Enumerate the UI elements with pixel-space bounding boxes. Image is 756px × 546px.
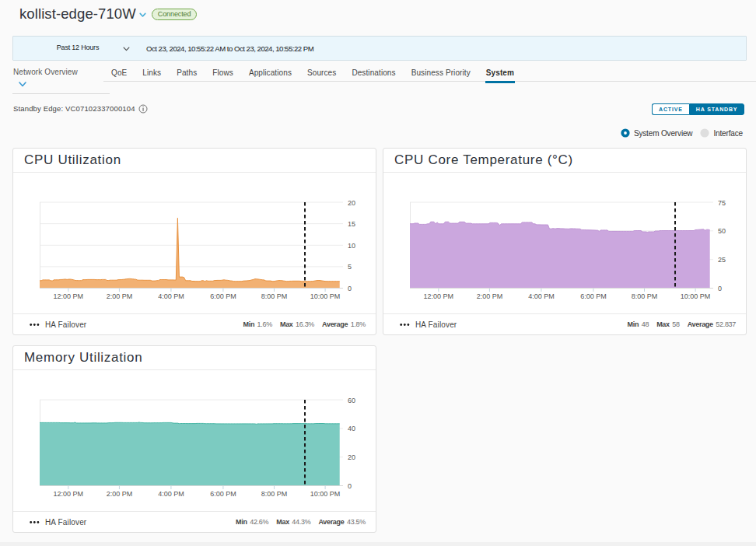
standby-edge-label: Standby Edge: VC07102337000104 xyxy=(13,104,135,113)
min-value: 42.6% xyxy=(250,518,268,526)
svg-text:10: 10 xyxy=(348,242,355,250)
window-bottom-edge xyxy=(0,542,756,546)
tab-system[interactable]: System xyxy=(478,65,522,82)
radio-system-overview[interactable]: System Overview xyxy=(621,128,693,138)
time-range-text: Oct 23, 2024, 10:55:22 AM to Oct 23, 202… xyxy=(146,44,313,53)
network-overview-label: Network Overview xyxy=(12,65,110,76)
chart-title: Memory Utilization xyxy=(24,350,142,366)
memory-utilization-chart[interactable]: 020406012:00 PM2:00 PM4:00 PM6:00 PM8:00… xyxy=(13,371,376,511)
max-label: Max xyxy=(656,320,670,328)
legend-label: HA Failover xyxy=(415,320,457,329)
tab-paths[interactable]: Paths xyxy=(169,65,205,82)
min-label: Min xyxy=(628,320,639,328)
chevron-down-icon[interactable] xyxy=(139,12,146,18)
radio-unselected-icon xyxy=(700,128,709,138)
radio-label: System Overview xyxy=(634,129,693,138)
page-title: kollist-edge-710W xyxy=(19,5,136,23)
legend-label: HA Failover xyxy=(45,320,86,329)
svg-text:8:00 PM: 8:00 PM xyxy=(261,490,288,498)
page-header: kollist-edge-710W Connected xyxy=(19,4,197,24)
min-label: Min xyxy=(236,518,247,526)
min-value: 48 xyxy=(642,320,649,328)
svg-text:20: 20 xyxy=(348,199,355,207)
tab-links[interactable]: Links xyxy=(135,65,169,82)
ha-failover-legend: HA Failover xyxy=(30,320,86,329)
card-header: CPU Utilization xyxy=(13,149,376,173)
svg-text:6:00 PM: 6:00 PM xyxy=(210,292,236,300)
average-value: 43.5% xyxy=(347,518,366,526)
cpu-utilization-chart[interactable]: 0510152012:00 PM2:00 PM4:00 PM6:00 PM8:0… xyxy=(13,173,376,313)
dashed-line-icon xyxy=(400,324,410,326)
svg-text:2:00 PM: 2:00 PM xyxy=(107,490,133,498)
svg-text:10:00 PM: 10:00 PM xyxy=(310,292,341,300)
average-value: 1.8% xyxy=(351,320,366,328)
card-footer: HA Failover Min48 Max58 Average52.837 xyxy=(383,313,746,334)
card-cpu-utilization: CPU Utilization 0510152012:00 PM2:00 PM4… xyxy=(12,148,376,335)
svg-text:10:00 PM: 10:00 PM xyxy=(681,292,711,300)
svg-text:0: 0 xyxy=(348,482,352,490)
svg-text:2:00 PM: 2:00 PM xyxy=(477,292,503,300)
svg-text:12:00 PM: 12:00 PM xyxy=(54,490,84,498)
ha-toggle-ha-standby[interactable]: HA STANDBY xyxy=(689,103,745,115)
network-overview-section: Network Overview xyxy=(12,65,110,94)
svg-text:5: 5 xyxy=(348,263,352,271)
tab-business-priority[interactable]: Business Priority xyxy=(404,65,478,82)
dashed-line-icon xyxy=(30,521,40,523)
svg-text:12:00 PM: 12:00 PM xyxy=(424,292,454,300)
chevron-down-icon[interactable] xyxy=(18,81,27,88)
tab-sources[interactable]: Sources xyxy=(299,65,344,82)
svg-text:25: 25 xyxy=(718,256,726,264)
svg-text:40: 40 xyxy=(348,425,355,432)
svg-text:2:00 PM: 2:00 PM xyxy=(107,292,133,300)
time-range-select[interactable]: Past 12 Hours xyxy=(13,37,142,60)
svg-text:4:00 PM: 4:00 PM xyxy=(158,292,184,300)
max-label: Max xyxy=(280,320,293,328)
chart-stats: Min1.6% Max16.3% Average1.8% xyxy=(243,320,366,328)
tab-qoe[interactable]: QoE xyxy=(103,65,135,82)
card-cpu-core-temperature: CPU Core Temperature (°C) 025507512:00 P… xyxy=(383,148,747,335)
average-label: Average xyxy=(322,320,348,328)
tab-flows[interactable]: Flows xyxy=(205,65,241,82)
svg-text:4:00 PM: 4:00 PM xyxy=(528,292,555,300)
card-footer: HA Failover Min1.6% Max16.3% Average1.8% xyxy=(13,313,376,334)
radio-selected-icon xyxy=(621,128,630,138)
tab-destinations[interactable]: Destinations xyxy=(344,65,403,82)
legend-label: HA Failover xyxy=(45,518,86,527)
svg-text:8:00 PM: 8:00 PM xyxy=(261,292,288,300)
chart-title: CPU Core Temperature (°C) xyxy=(394,152,573,168)
view-toggle-group: System OverviewInterface xyxy=(0,128,743,138)
svg-text:15: 15 xyxy=(348,220,355,228)
min-label: Min xyxy=(243,320,255,328)
radio-interface[interactable]: Interface xyxy=(700,128,743,138)
svg-text:6:00 PM: 6:00 PM xyxy=(580,292,607,300)
svg-text:8:00 PM: 8:00 PM xyxy=(632,292,658,300)
svg-text:50: 50 xyxy=(718,227,726,235)
tab-applications[interactable]: Applications xyxy=(241,65,299,82)
chevron-down-icon xyxy=(123,47,130,51)
average-label: Average xyxy=(688,320,713,328)
average-label: Average xyxy=(318,518,344,526)
info-icon[interactable] xyxy=(138,104,148,114)
max-value: 44.3% xyxy=(292,518,310,526)
svg-text:10:00 PM: 10:00 PM xyxy=(310,490,341,498)
svg-text:20: 20 xyxy=(348,453,355,461)
card-memory-utilization: Memory Utilization 020406012:00 PM2:00 P… xyxy=(12,345,376,533)
tab-bar: QoELinksPathsFlowsApplicationsSourcesDes… xyxy=(103,65,756,82)
time-range-bar: Past 12 Hours Oct 23, 2024, 10:55:22 AM … xyxy=(12,36,747,61)
status-badge: Connected xyxy=(152,9,198,20)
ha-failover-legend: HA Failover xyxy=(400,320,457,329)
card-header: CPU Core Temperature (°C) xyxy=(383,149,746,173)
radio-label: Interface xyxy=(713,129,743,138)
svg-text:6:00 PM: 6:00 PM xyxy=(210,490,236,498)
cpu-core-temperature-chart[interactable]: 025507512:00 PM2:00 PM4:00 PM6:00 PM8:00… xyxy=(383,173,746,313)
svg-text:75: 75 xyxy=(718,199,726,207)
ha-toggle-active[interactable]: ACTIVE xyxy=(652,103,689,115)
chart-title: CPU Utilization xyxy=(24,152,121,168)
svg-text:0: 0 xyxy=(348,285,352,292)
svg-text:60: 60 xyxy=(348,397,355,404)
max-value: 58 xyxy=(672,320,679,328)
svg-text:0: 0 xyxy=(718,285,722,292)
card-header: Memory Utilization xyxy=(13,346,376,370)
max-label: Max xyxy=(276,518,289,526)
ha-failover-legend: HA Failover xyxy=(30,518,86,527)
